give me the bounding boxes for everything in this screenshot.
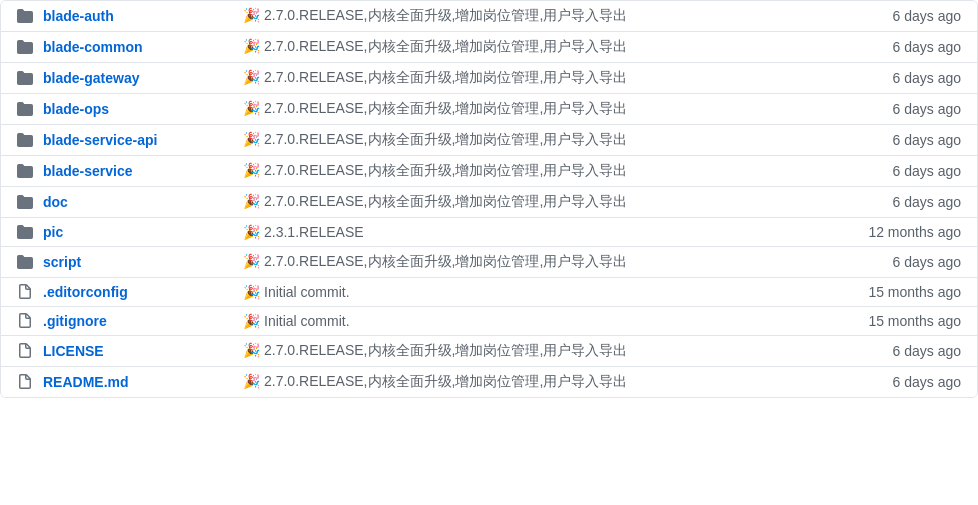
folder-icon: [17, 101, 37, 117]
file-icon: [17, 343, 37, 359]
folder-icon: [17, 132, 37, 148]
file-name[interactable]: blade-ops: [43, 101, 243, 117]
file-commit-message: 🎉2.7.0.RELEASE,内核全面升级,增加岗位管理,用户导入导出: [243, 7, 831, 25]
folder-icon: [17, 194, 37, 210]
file-commit-message: 🎉2.7.0.RELEASE,内核全面升级,增加岗位管理,用户导入导出: [243, 100, 831, 118]
file-commit-message: 🎉2.7.0.RELEASE,内核全面升级,增加岗位管理,用户导入导出: [243, 373, 831, 391]
file-icon: [17, 284, 37, 300]
folder-icon: [17, 70, 37, 86]
file-icon: [17, 374, 37, 390]
table-row: .editorconfig🎉Initial commit.15 months a…: [1, 278, 977, 307]
file-time: 6 days ago: [831, 132, 961, 148]
file-name[interactable]: pic: [43, 224, 243, 240]
file-commit-message: 🎉2.7.0.RELEASE,内核全面升级,增加岗位管理,用户导入导出: [243, 342, 831, 360]
folder-icon: [17, 39, 37, 55]
file-time: 15 months ago: [831, 284, 961, 300]
table-row: blade-auth🎉2.7.0.RELEASE,内核全面升级,增加岗位管理,用…: [1, 1, 977, 32]
table-row: blade-service🎉2.7.0.RELEASE,内核全面升级,增加岗位管…: [1, 156, 977, 187]
table-row: blade-service-api🎉2.7.0.RELEASE,内核全面升级,增…: [1, 125, 977, 156]
table-row: .gitignore🎉Initial commit.15 months ago: [1, 307, 977, 336]
folder-icon: [17, 254, 37, 270]
table-row: LICENSE🎉2.7.0.RELEASE,内核全面升级,增加岗位管理,用户导入…: [1, 336, 977, 367]
file-commit-message: 🎉2.7.0.RELEASE,内核全面升级,增加岗位管理,用户导入导出: [243, 38, 831, 56]
file-icon: [17, 313, 37, 329]
file-name[interactable]: blade-auth: [43, 8, 243, 24]
file-name[interactable]: blade-service: [43, 163, 243, 179]
file-name[interactable]: LICENSE: [43, 343, 243, 359]
file-time: 15 months ago: [831, 313, 961, 329]
file-name[interactable]: script: [43, 254, 243, 270]
table-row: blade-gateway🎉2.7.0.RELEASE,内核全面升级,增加岗位管…: [1, 63, 977, 94]
file-time: 6 days ago: [831, 163, 961, 179]
file-time: 6 days ago: [831, 254, 961, 270]
file-commit-message: 🎉2.7.0.RELEASE,内核全面升级,增加岗位管理,用户导入导出: [243, 131, 831, 149]
folder-icon: [17, 8, 37, 24]
table-row: blade-common🎉2.7.0.RELEASE,内核全面升级,增加岗位管理…: [1, 32, 977, 63]
table-row: blade-ops🎉2.7.0.RELEASE,内核全面升级,增加岗位管理,用户…: [1, 94, 977, 125]
file-commit-message: 🎉2.7.0.RELEASE,内核全面升级,增加岗位管理,用户导入导出: [243, 253, 831, 271]
folder-icon: [17, 224, 37, 240]
file-name[interactable]: .gitignore: [43, 313, 243, 329]
file-name[interactable]: blade-common: [43, 39, 243, 55]
file-time: 6 days ago: [831, 101, 961, 117]
file-name[interactable]: blade-gateway: [43, 70, 243, 86]
file-commit-message: 🎉Initial commit.: [243, 284, 831, 300]
file-time: 6 days ago: [831, 374, 961, 390]
file-name[interactable]: .editorconfig: [43, 284, 243, 300]
file-commit-message: 🎉2.3.1.RELEASE: [243, 224, 831, 240]
table-row: README.md🎉2.7.0.RELEASE,内核全面升级,增加岗位管理,用户…: [1, 367, 977, 397]
file-name[interactable]: README.md: [43, 374, 243, 390]
file-time: 12 months ago: [831, 224, 961, 240]
table-row: pic🎉2.3.1.RELEASE12 months ago: [1, 218, 977, 247]
file-commit-message: 🎉Initial commit.: [243, 313, 831, 329]
file-time: 6 days ago: [831, 343, 961, 359]
file-commit-message: 🎉2.7.0.RELEASE,内核全面升级,增加岗位管理,用户导入导出: [243, 162, 831, 180]
file-name[interactable]: blade-service-api: [43, 132, 243, 148]
table-row: doc🎉2.7.0.RELEASE,内核全面升级,增加岗位管理,用户导入导出6 …: [1, 187, 977, 218]
file-time: 6 days ago: [831, 39, 961, 55]
file-time: 6 days ago: [831, 8, 961, 24]
folder-icon: [17, 163, 37, 179]
file-commit-message: 🎉2.7.0.RELEASE,内核全面升级,增加岗位管理,用户导入导出: [243, 193, 831, 211]
table-row: script🎉2.7.0.RELEASE,内核全面升级,增加岗位管理,用户导入导…: [1, 247, 977, 278]
file-commit-message: 🎉2.7.0.RELEASE,内核全面升级,增加岗位管理,用户导入导出: [243, 69, 831, 87]
file-name[interactable]: doc: [43, 194, 243, 210]
file-list: blade-auth🎉2.7.0.RELEASE,内核全面升级,增加岗位管理,用…: [0, 0, 978, 398]
file-time: 6 days ago: [831, 70, 961, 86]
file-time: 6 days ago: [831, 194, 961, 210]
